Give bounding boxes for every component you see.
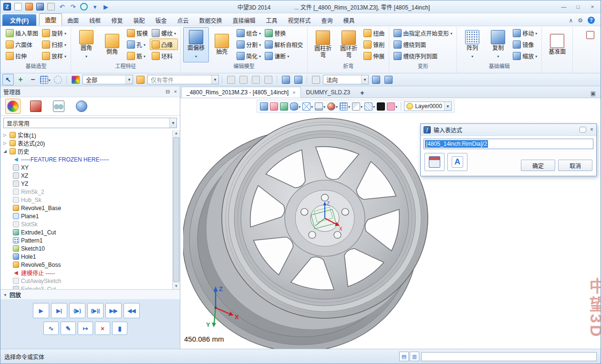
ribbon-minimize-icon[interactable]: ∧ [569,18,573,23]
tree-node-sketch10[interactable]: Sketch10 [0,244,172,253]
rib-button[interactable]: 筋 [125,50,150,61]
taper-button[interactable]: 锥削 [362,39,386,50]
draft-button[interactable]: 拔模 [125,27,150,39]
tree-node-extrude1[interactable]: Extrude1_Cut [0,228,172,236]
part-filter-combo[interactable]: 仅有零件 [147,75,219,84]
dialog-close-icon[interactable]: × [590,126,593,133]
ribbon-tab[interactable]: 装配 [128,14,150,26]
grid-toggle-icon[interactable] [339,102,351,111]
tree-node-hole1[interactable]: Hole1 [0,253,172,261]
tree-node-revolve1[interactable]: Revolve1_Base [0,204,172,212]
command-input[interactable] [421,352,597,361]
document-tab-dummy[interactable]: DUMMY_SLD.Z3 [301,87,356,98]
ribbon-tab[interactable]: 造型 [39,13,62,26]
tree-node-extrude3[interactable]: Extrude3_Cut [0,285,172,289]
replay-cancel-button[interactable]: × [95,322,110,335]
tree-node-plane-xz[interactable]: XZ [0,172,172,180]
new-file-icon[interactable] [13,2,23,11]
dialog-titlebar[interactable]: 输入表达式 × [421,124,596,136]
entity-filter-combo[interactable]: 全部 [83,75,133,84]
help-icon[interactable]: ? [588,17,595,24]
ribbon-tab[interactable]: 点云 [172,14,194,26]
walkthrough-icon[interactable] [259,102,269,111]
pattern-button[interactable]: 阵列 [459,27,485,62]
replay-rewind-button[interactable]: ◀◀ [124,303,140,318]
move-button[interactable]: 移动 [511,27,539,39]
hatch-display-icon[interactable] [364,102,375,111]
tree-node-shapes[interactable]: ▷实体(1) [0,131,172,139]
replay-play-next-button[interactable]: ▶| [51,303,67,318]
replay-play-to-button[interactable]: (▶)| [87,303,104,318]
scroll-up-icon[interactable]: ▲ [175,130,178,136]
tree-node-revolve5[interactable]: Revolve5_Boss [0,261,172,269]
wrap-to-face-button[interactable]: 缠绕到面 [392,39,454,50]
select-tool-icon[interactable] [2,74,14,85]
tree-node-hubsk[interactable]: Hub_Sk [0,196,172,204]
scale-button[interactable]: 缩放 [511,50,539,61]
extrude-button[interactable]: 拉伸 [4,50,40,61]
tree-node-frozen-marker[interactable]: -----FEATURE FROZEN HERE----- [0,155,172,163]
redo-icon[interactable]: ↷ [68,2,78,11]
dialog-comment-icon[interactable] [580,127,586,132]
replay-play-button[interactable]: ▶ [33,303,49,318]
tree-node-cutawaysketch[interactable]: CutAwaySketch [0,277,172,285]
twist-button[interactable]: 扭曲 [362,27,386,39]
display-mode-icon[interactable] [314,102,326,111]
replay-edit-button[interactable]: ✎ [61,322,76,335]
pick-outside-icon[interactable] [262,74,274,85]
datum-plane-button[interactable]: 基准面 [544,27,570,62]
history-manager-tab[interactable] [5,99,21,114]
tree-node-plane-xy[interactable]: XY [0,163,172,172]
minimize-button[interactable]: — [557,2,571,11]
resume-icon[interactable]: ▶ [101,2,111,11]
chamfer-button[interactable]: 倒角 [99,27,125,62]
expression-input[interactable]: [4805_14inch:RimDia]/2 [424,139,593,149]
ribbon-tab[interactable]: 查询 [316,14,338,26]
close-button[interactable]: × [585,2,600,11]
standard-views-icon[interactable] [79,2,89,11]
snap-filter-icon[interactable] [280,74,291,85]
history-filter-combo[interactable]: 显示常用 [3,118,177,128]
panel-dock-icon[interactable]: ⊟ [166,89,170,95]
ribbon-tab[interactable]: 曲面 [62,14,84,26]
layer-combo[interactable]: Layer0000 [404,101,452,111]
cylindrical-bend-button[interactable]: 圆柱折弯 [310,27,336,62]
replay-header[interactable]: 回放 [0,289,180,299]
print-icon[interactable] [46,2,56,11]
insert-feature-expression-button[interactable] [425,153,445,171]
view-manager-tab[interactable] [74,99,89,114]
visual-style-icon[interactable] [280,102,289,111]
sweep-button[interactable]: 扫掠 [40,39,68,50]
replace-button[interactable]: 替换 [263,27,305,39]
new-document-tab-button[interactable]: + [355,89,369,98]
wireframe-mode-icon[interactable] [302,102,313,111]
combine-button[interactable]: 组合 [235,27,263,39]
revolve-button[interactable]: 旋转 [40,27,68,39]
tree-expander-icon[interactable]: ▷ [2,141,8,145]
view-normal-icon[interactable] [310,74,321,85]
selection-set-icon[interactable] [40,74,51,85]
replay-exit-button[interactable]: ↦ [78,322,93,335]
visual-manager-tab[interactable] [51,99,66,114]
wrap-sequence-to-face-button[interactable]: 缠绕序列到面 [392,50,454,61]
save-icon[interactable] [35,2,45,11]
lasso-select-icon[interactable] [52,74,63,85]
scroll-down-icon[interactable]: ▼ [175,283,178,289]
ok-button[interactable]: 确定 [521,160,555,171]
scrollbar-thumb[interactable] [173,137,179,282]
app-logo-icon[interactable] [2,2,12,11]
file-menu-button[interactable]: 文件(F) [2,14,36,26]
tree-node-plane1[interactable]: Plane1 [0,212,172,220]
thread-button[interactable]: 螺纹 [150,27,178,39]
edge-color-swatch[interactable] [376,102,385,111]
replay-solid-button[interactable]: ▮ [112,322,127,335]
stock-button[interactable]: 坯料 [150,50,178,61]
refresh-view-icon[interactable] [383,74,394,85]
show-panel-button[interactable] [584,29,596,40]
offset-face-button[interactable]: 面偏移 [183,27,209,62]
quick-access-menu-icon[interactable]: ▾ [90,2,100,11]
section-view-icon[interactable] [352,102,363,111]
tree-node-plane-yz[interactable]: YZ [0,180,172,188]
divide-button[interactable]: 分割 [235,39,263,50]
pick-last-icon[interactable] [225,74,237,85]
